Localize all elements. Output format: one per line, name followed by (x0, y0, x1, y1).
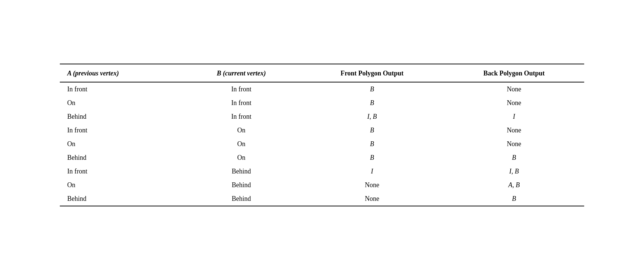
table-row: BehindBehindNoneB (60, 192, 584, 206)
cell-front: B (300, 124, 444, 137)
table-row: BehindIn frontI, BI (60, 110, 584, 124)
cell-back: None (444, 137, 584, 151)
cell-b: On (182, 151, 300, 165)
col-a-header: A (previous vertex) (60, 64, 182, 82)
cell-a: In front (60, 124, 182, 137)
cell-b: In front (182, 110, 300, 124)
cell-back: None (444, 124, 584, 137)
col-back-header: Back Polygon Output (444, 64, 584, 82)
table-row: OnOnBNone (60, 137, 584, 151)
cell-back: I (444, 110, 584, 124)
cell-b: On (182, 137, 300, 151)
table-row: In frontBehindII, B (60, 165, 584, 178)
cell-back: B (444, 192, 584, 206)
cell-a: In front (60, 165, 182, 178)
cell-back: A, B (444, 178, 584, 192)
table-row: OnBehindNoneA, B (60, 178, 584, 192)
table-row: BehindOnBB (60, 151, 584, 165)
cell-back: I, B (444, 165, 584, 178)
table-container: A (previous vertex) B (current vertex) F… (45, 56, 599, 214)
cell-a: On (60, 137, 182, 151)
cell-front: I (300, 165, 444, 178)
cell-front: B (300, 82, 444, 96)
col-b-header: B (current vertex) (182, 64, 300, 82)
cell-b: Behind (182, 178, 300, 192)
cell-b: In front (182, 82, 300, 96)
cell-back: None (444, 82, 584, 96)
cell-front: None (300, 192, 444, 206)
cell-b: Behind (182, 165, 300, 178)
table-row: In frontIn frontBNone (60, 82, 584, 96)
cell-back: B (444, 151, 584, 165)
cell-a: On (60, 96, 182, 110)
cell-front: I, B (300, 110, 444, 124)
polygon-output-table: A (previous vertex) B (current vertex) F… (60, 64, 584, 206)
cell-front: B (300, 137, 444, 151)
table-row: OnIn frontBNone (60, 96, 584, 110)
cell-b: In front (182, 96, 300, 110)
cell-a: Behind (60, 192, 182, 206)
cell-front: B (300, 96, 444, 110)
col-front-header: Front Polygon Output (300, 64, 444, 82)
cell-b: Behind (182, 192, 300, 206)
cell-b: On (182, 124, 300, 137)
cell-front: B (300, 151, 444, 165)
cell-a: In front (60, 82, 182, 96)
cell-a: Behind (60, 110, 182, 124)
cell-a: Behind (60, 151, 182, 165)
header-row-top: A (previous vertex) B (current vertex) F… (60, 64, 584, 82)
cell-back: None (444, 96, 584, 110)
cell-front: None (300, 178, 444, 192)
cell-a: On (60, 178, 182, 192)
table-row: In frontOnBNone (60, 124, 584, 137)
